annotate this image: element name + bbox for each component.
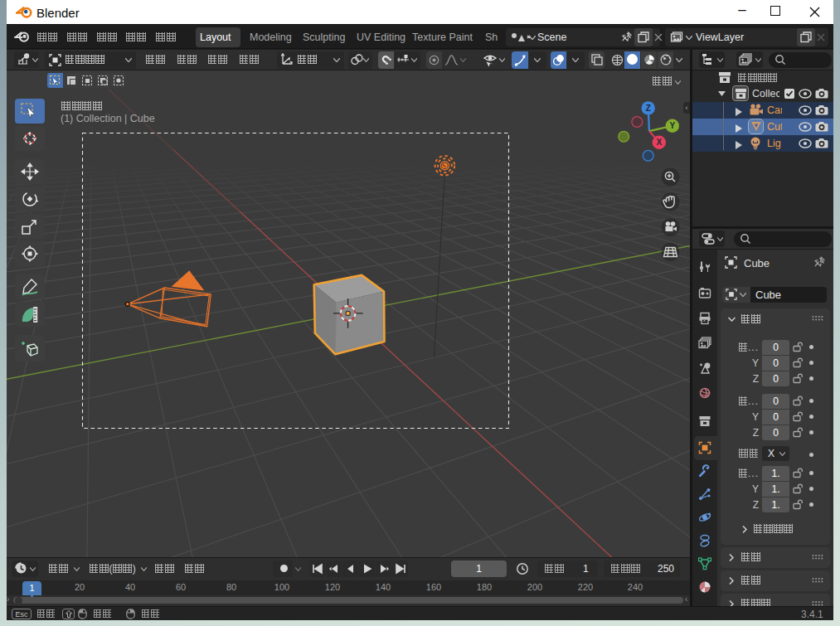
svg-text:Z: Z bbox=[646, 104, 651, 113]
svg-text:Y: Y bbox=[669, 121, 675, 130]
svg-text:X: X bbox=[656, 138, 662, 147]
